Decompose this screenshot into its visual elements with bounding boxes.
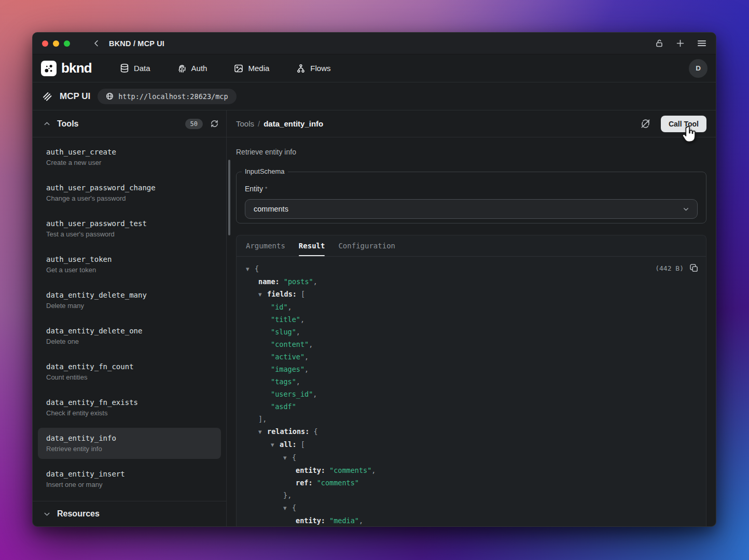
tab-result[interactable]: Result	[299, 235, 325, 256]
collapse-arrow-icon[interactable]: ▼	[258, 426, 267, 438]
tool-item-auth_user_token[interactable]: auth_user_tokenGet a user token	[38, 249, 221, 280]
mcp-icon	[42, 91, 52, 102]
auto-refresh-off-button[interactable]	[641, 119, 650, 129]
chevron-left-icon	[92, 39, 101, 48]
entity-field-label: Entity*	[245, 184, 698, 194]
result-meta: (442 B)	[655, 263, 699, 273]
tool-detail-header: Tools/data_entity_info Call Tool	[227, 110, 716, 137]
json-line: ▼fields: [	[245, 288, 698, 301]
json-token-punct	[325, 516, 329, 525]
json-token-punct: ,	[296, 328, 300, 336]
maximize-window-button[interactable]	[64, 40, 70, 47]
tool-item-data_entity_insert[interactable]: data_entity_insertInsert one or many	[38, 464, 221, 495]
json-line: "slug",	[245, 326, 698, 338]
tool-desc: Check if entity exists	[46, 409, 213, 418]
json-token-punct: ,	[359, 516, 363, 525]
nav-label: Flows	[310, 64, 330, 73]
json-token-key: name:	[258, 277, 280, 286]
json-token-punct	[313, 479, 317, 487]
tool-name: data_entity_fn_count	[46, 361, 213, 372]
tool-item-data_entity_fn_count[interactable]: data_entity_fn_countCount entities	[38, 356, 221, 387]
input-schema-fieldset: InputSchema Entity* comments	[236, 172, 706, 223]
user-avatar[interactable]: D	[689, 59, 708, 78]
tool-name: data_entity_info	[46, 433, 213, 443]
tool-item-data_entity_delete_one[interactable]: data_entity_delete_oneDelete one	[38, 320, 221, 352]
copy-result-button[interactable]	[689, 263, 699, 273]
tool-item-data_entity_info[interactable]: data_entity_infoRetrieve entity info	[38, 428, 221, 459]
tool-desc: Delete one	[46, 337, 213, 346]
json-line: },	[245, 489, 698, 501]
tool-item-data_entity_fn_exists[interactable]: data_entity_fn_existsCheck if entity exi…	[38, 392, 221, 423]
back-button[interactable]	[92, 39, 101, 48]
json-token-str: "comments"	[317, 479, 359, 487]
server-url-pill[interactable]: http://localhost:28623/mcp	[98, 89, 236, 104]
json-line: "images",	[245, 363, 698, 375]
collapse-arrow-icon[interactable]: ▼	[258, 288, 267, 301]
tool-name: auth_user_password_test	[46, 218, 213, 229]
new-tab-button[interactable]	[676, 39, 685, 48]
nav-item-media[interactable]: Media	[234, 64, 269, 73]
refresh-off-icon	[641, 119, 650, 129]
content-area: Tools 50 auth_user_createCreate a new us…	[33, 110, 716, 526]
json-token-key: fields:	[267, 290, 297, 298]
tools-list: auth_user_createCreate a new userauth_us…	[33, 137, 226, 499]
tool-io-panel: ArgumentsResultConfiguration (442 B) ▼{n…	[236, 235, 706, 526]
collapse-arrow-icon[interactable]: ▼	[271, 439, 280, 451]
json-line: "tags",	[245, 375, 698, 388]
json-token-punct: },	[283, 491, 292, 499]
resources-section-header[interactable]: Resources	[33, 501, 226, 526]
nav-item-data[interactable]: Data	[120, 63, 150, 73]
tool-item-auth_user_password_change[interactable]: auth_user_password_changeChange a user's…	[38, 177, 221, 208]
scrollbar-thumb[interactable]	[228, 160, 230, 235]
collapse-arrow-icon[interactable]: ▼	[283, 502, 292, 514]
json-line: ref: "comments"	[245, 477, 698, 489]
json-token-punct: ,	[309, 340, 313, 348]
tools-section-header[interactable]: Tools 50	[33, 110, 226, 137]
window-menu-button[interactable]	[697, 39, 706, 47]
tool-item-auth_user_password_test[interactable]: auth_user_password_testTest a user's pas…	[38, 213, 221, 244]
entity-select[interactable]: comments	[245, 199, 698, 219]
tab-configuration[interactable]: Configuration	[338, 235, 395, 256]
json-token-str: "active"	[271, 353, 304, 361]
json-token-str: "comments"	[329, 466, 371, 474]
tool-name: data_entity_fn_exists	[46, 397, 213, 408]
globe-icon	[106, 92, 114, 100]
json-token-punct: {	[255, 264, 259, 273]
json-token-punct: {	[292, 453, 296, 461]
json-token-key: relations:	[267, 427, 309, 436]
app-header: bknd Data Auth Media Flows	[33, 54, 716, 82]
json-token-str: "slug"	[271, 328, 296, 336]
json-token-punct: ,	[300, 315, 304, 324]
collapse-arrow-icon[interactable]: ▼	[283, 452, 292, 464]
json-token-punct: ],	[258, 415, 267, 423]
json-token-punct: ,	[304, 353, 309, 361]
json-token-key: ref:	[296, 479, 313, 487]
brand-logo[interactable]: bknd	[41, 60, 92, 76]
main-nav: Data Auth Media Flows	[120, 63, 331, 73]
tool-desc: Change a user's password	[46, 194, 213, 203]
database-icon	[120, 63, 129, 73]
nav-label: Media	[248, 64, 269, 73]
json-line: ▼all: [	[245, 438, 698, 451]
nav-item-auth[interactable]: Auth	[177, 64, 207, 73]
nav-item-flows[interactable]: Flows	[296, 64, 330, 73]
refresh-tools-button[interactable]	[210, 119, 219, 128]
json-line: "users_id",	[245, 388, 698, 400]
tool-item-data_entity_delete_many[interactable]: data_entity_delete_manyDelete many	[38, 285, 221, 316]
tool-name: data_entity_delete_one	[46, 326, 213, 336]
close-window-button[interactable]	[42, 40, 48, 47]
window-title: BKND / MCP UI	[109, 39, 164, 48]
tool-item-auth_user_create[interactable]: auth_user_createCreate a new user	[38, 142, 221, 173]
chevron-up-icon	[43, 120, 51, 128]
minimize-window-button[interactable]	[53, 40, 59, 47]
json-token-str: "users_id"	[271, 390, 313, 398]
json-token-punct: {	[292, 503, 296, 512]
json-line: entity: "media",	[245, 514, 698, 526]
json-token-punct: ,	[304, 365, 309, 373]
tab-arguments[interactable]: Arguments	[246, 235, 285, 256]
json-line: ▼{	[245, 262, 698, 275]
result-panel: (442 B) ▼{name: "posts",▼fields: ["id","…	[237, 257, 706, 526]
breadcrumb-parent[interactable]: Tools	[236, 119, 254, 128]
lock-open-icon[interactable]	[655, 39, 663, 48]
collapse-arrow-icon[interactable]: ▼	[246, 263, 255, 275]
